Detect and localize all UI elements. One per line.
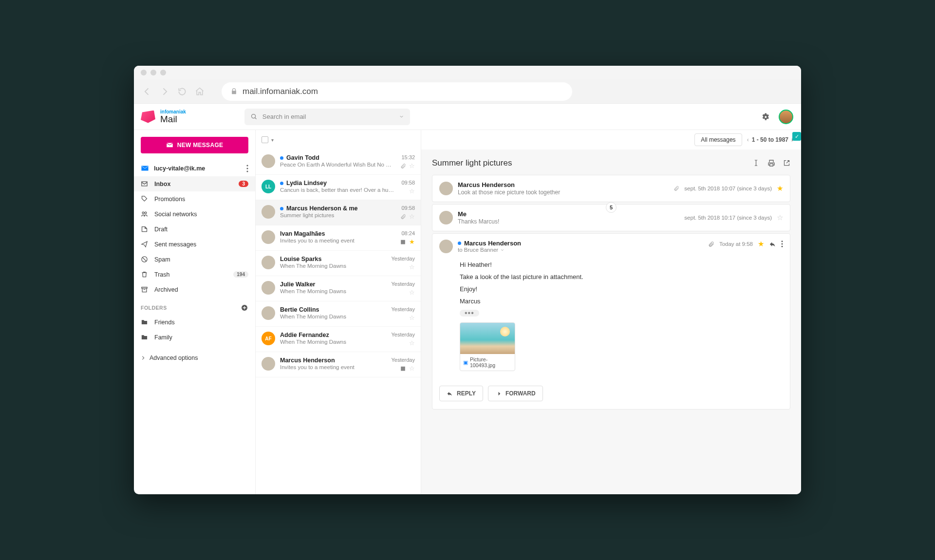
message-item[interactable]: Marcus HendersonInvites you to a meeting… [256,352,421,377]
message-item[interactable]: Marcus Henderson & meSummer light pictur… [256,200,421,225]
back-icon[interactable] [142,86,152,97]
star-icon[interactable]: ☆ [777,213,783,222]
message-item[interactable]: Julie WalkerWhen The Morning Dawns Yeste… [256,276,421,301]
folder-icon [141,318,149,326]
sender-name: Marcus Henderson & me [286,205,358,212]
brand-top: infomaniak [160,109,186,114]
message-preview: Summer light pictures [280,212,395,218]
message-item[interactable]: Ivan MagalhãesInvites you to a meeting e… [256,225,421,251]
message-item[interactable]: Bertie CollinsWhen The Morning Dawns Yes… [256,301,421,327]
attachment-card[interactable]: ▣Picture-100493.jpg [460,322,515,371]
message-preview: When The Morning Dawns [280,314,386,319]
message-item[interactable]: LL Lydia LindseyCancun is back, better t… [256,175,421,200]
reading-pane: All messages ‹ 1 - 50 to 1987 › ✓ Summer… [421,130,801,494]
text-cursor-icon[interactable] [752,159,760,167]
user-avatar[interactable] [779,110,793,124]
sidebar-item-sent[interactable]: Sent messages [134,237,255,252]
star-icon[interactable]: ☆ [409,162,415,169]
chevron-down-icon[interactable] [399,114,404,119]
prev-page-icon[interactable]: ‹ [747,136,749,143]
thread-subject: Summer light pictures [432,158,752,168]
folder-item[interactable]: Friends [134,315,255,330]
compose-button[interactable]: NEW MESSAGE [141,137,248,153]
star-icon[interactable]: ☆ [409,289,415,296]
attachment-icon[interactable] [708,241,714,247]
window-min-dot[interactable] [150,70,156,75]
sidebar-item-label: Trash [154,271,227,278]
reload-icon[interactable] [177,86,187,97]
reading-body: Summer light pictures Marcus HendersonLo… [421,149,801,494]
url-bar[interactable]: mail.infomaniak.com [222,82,572,101]
app-header: infomaniak Mail Search in email [134,104,801,130]
home-icon[interactable] [194,86,205,97]
star-icon[interactable]: ☆ [409,263,415,271]
message-body: Hi Heather!Take a look of the last pictu… [432,259,790,379]
reply-icon[interactable] [769,241,776,248]
search-input[interactable]: Search in email [244,109,410,125]
message-time: 09:58 [401,180,415,186]
forward-button[interactable]: FORWARD [488,386,543,401]
sent-icon [141,241,149,248]
print-icon[interactable] [767,159,775,167]
recipient-line[interactable]: to Bruce Banner [458,247,703,253]
gear-icon[interactable] [761,112,770,121]
lock-icon [230,88,238,95]
all-messages-button[interactable]: All messages [694,133,742,146]
add-folder-icon[interactable] [241,304,248,312]
star-icon[interactable]: ☆ [409,365,415,372]
message-time: 09:58 [401,205,415,211]
sidebar-item-archived[interactable]: Archived [134,282,255,297]
select-caret-icon[interactable]: ▾ [271,137,274,143]
attachment-icon [400,163,406,169]
advanced-label: Advanced options [150,355,198,361]
star-icon[interactable]: ★ [777,184,783,193]
sidebar-item-inbox[interactable]: Inbox3 [134,176,255,191]
unread-dot-icon [280,156,283,160]
sidebar-item-promotions[interactable]: Promotions [134,191,255,206]
star-icon[interactable]: ☆ [409,314,415,321]
brand-block: infomaniak Mail [160,109,186,125]
window-close-dot[interactable] [141,70,147,75]
kebab-icon[interactable] [246,165,248,172]
message-item[interactable]: AF Addie FernandezWhen The Morning Dawns… [256,327,421,352]
star-icon[interactable]: ☆ [409,187,415,195]
folder-item[interactable]: Family [134,330,255,345]
sidebar-item-draft[interactable]: Draft [134,222,255,237]
message-item[interactable]: Gavin ToddPeace On Earth A Wonderful Wis… [256,149,421,175]
verify-badge-icon[interactable]: ✓ [792,132,801,141]
window-max-dot[interactable] [160,70,166,75]
thread-message-collapsed[interactable]: Marcus HendersonLook at those nice pictu… [432,175,790,202]
message-item[interactable]: Louise SparksWhen The Morning Dawns Yest… [256,251,421,276]
sidebar-item-spam[interactable]: Spam [134,252,255,267]
attachment-icon [673,186,679,191]
pager: ‹ 1 - 50 to 1987 › [747,136,793,143]
kebab-icon[interactable] [781,241,783,247]
compose-icon [166,142,173,149]
subject-row: Summer light pictures [432,156,790,175]
url-text: mail.infomaniak.com [243,87,318,96]
star-icon[interactable]: ★ [758,240,764,248]
sidebar-item-trash[interactable]: Trash194 [134,267,255,282]
star-icon[interactable]: ☆ [409,213,415,220]
list-toolbar: ▾ [256,130,421,149]
star-icon[interactable]: ★ [409,238,415,245]
account-row[interactable]: lucy-vitale@ik.me [134,160,255,176]
star-icon[interactable]: ☆ [409,339,415,347]
popout-icon[interactable] [783,159,790,167]
sidebar-item-social[interactable]: Social networks [134,206,255,222]
svg-point-0 [251,114,255,118]
body-line: Marcus [460,298,783,305]
reply-button[interactable]: REPLY [439,386,483,401]
sender-avatar [262,230,275,244]
select-all-checkbox[interactable] [262,136,268,143]
chevron-down-icon [500,248,505,252]
svg-point-10 [782,246,783,247]
trash-icon [141,271,149,278]
forward-icon[interactable] [159,86,170,97]
sender-avatar [439,211,453,224]
trimmed-content-icon[interactable]: ••• [460,310,479,317]
sender-name: Me [458,210,679,218]
folder-label: Family [154,334,248,341]
collapsed-count-badge[interactable]: 5 [606,202,617,213]
advanced-options[interactable]: Advanced options [134,349,255,367]
